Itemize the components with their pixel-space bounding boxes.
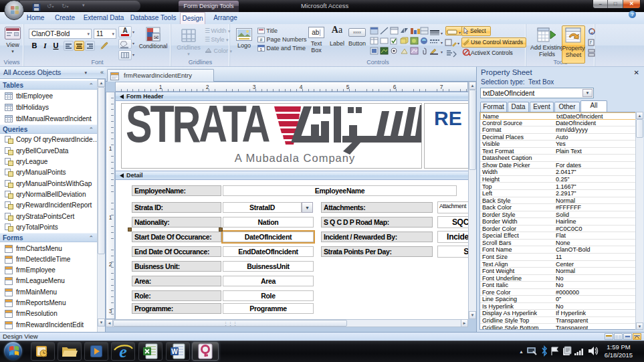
svg-text:1: 1 — [109, 214, 112, 221]
svg-text:#: # — [260, 37, 263, 42]
svg-text:W: W — [171, 348, 178, 355]
svg-text:▾: ▾ — [441, 50, 443, 54]
svg-text:6: 6 — [393, 84, 397, 90]
svg-text:2: 2 — [206, 84, 209, 90]
svg-text:▾: ▾ — [441, 31, 443, 35]
svg-text:4: 4 — [300, 84, 303, 90]
svg-text:1: 1 — [109, 145, 112, 152]
svg-text:2: 2 — [109, 261, 112, 268]
svg-text:5: 5 — [346, 84, 350, 90]
svg-text:▾: ▾ — [459, 31, 461, 35]
svg-text:3: 3 — [253, 84, 256, 90]
svg-text:▾: ▾ — [457, 41, 459, 46]
svg-text:3: 3 — [109, 308, 112, 314]
svg-text:1: 1 — [159, 84, 163, 90]
svg-text:7: 7 — [440, 84, 443, 90]
svg-text:✉: ✉ — [154, 34, 159, 41]
svg-text:▾: ▾ — [441, 41, 443, 45]
